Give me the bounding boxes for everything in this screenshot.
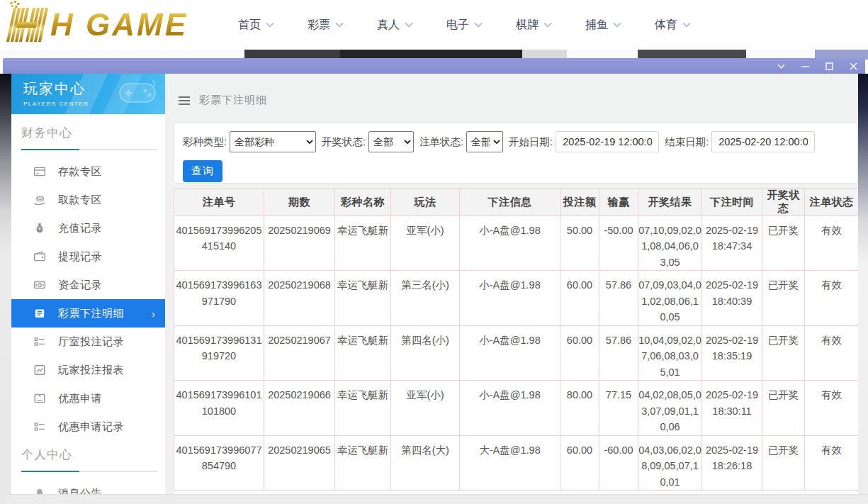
site-logo[interactable]: H GAME (10, 4, 194, 46)
nav-item-lottery[interactable]: 彩票 (308, 18, 344, 33)
window-edge-left (0, 74, 11, 504)
sidebar-item-promo-apply[interactable]: 优惠申请 (11, 384, 165, 413)
table-cell: 小-A盘@1.98 (460, 381, 560, 435)
table-cell: 已开奖 (762, 381, 805, 435)
table-cell: 2025-02-19 18:30:11 (702, 381, 762, 435)
column-header: 开奖结果 (638, 189, 702, 216)
banknote-icon (33, 279, 46, 291)
table-cell: 已开奖 (762, 325, 805, 380)
sidebar-item-promo-apply-record[interactable]: 优惠申请记录 (11, 413, 165, 441)
table-cell: 60.00 (560, 271, 599, 325)
nav-item-slots[interactable]: 电子 (446, 18, 483, 33)
withdraw-hand-icon (33, 194, 46, 206)
horizontal-scrollbar[interactable] (6, 494, 868, 504)
sidebar-item-player-bet-report[interactable]: 玩家投注报表 (11, 356, 165, 384)
window-minimize-button[interactable] (801, 62, 810, 71)
table-cell: 20250219068 (264, 271, 335, 325)
sidebar-header: 玩家中心 PLAYERS CENTER (11, 74, 165, 114)
sidebar-item-label: 存款专区 (58, 165, 102, 179)
sidebar-item-hall-bet-record[interactable]: 厅室投注记录 (11, 327, 165, 356)
table-cell: 04,03,06,02,08,09,05,07,10,01 (638, 435, 702, 490)
logo-h-mark-icon (6, 8, 48, 42)
table-cell: 已开奖 (762, 216, 805, 271)
column-header: 彩种名称 (335, 189, 391, 216)
window-maximize-button[interactable] (825, 62, 834, 71)
nav-item-sports[interactable]: 体育 (655, 18, 691, 33)
table-cell: -50.00 (599, 216, 638, 271)
start-date-input[interactable] (556, 131, 659, 152)
table-cell: 2025-02-19 18:40:39 (702, 271, 762, 325)
list-icon (33, 420, 46, 433)
table-cell: 401569173996101101800 (174, 381, 264, 435)
lottery-type-select[interactable]: 全部彩种 (230, 131, 316, 152)
minimize-icon (801, 62, 810, 71)
window-close-button[interactable] (849, 62, 858, 71)
filter-panel: 彩种类型: 全部彩种 开奖状态: 全部 注单状态: 全部 开始日期: 结束日期:… (174, 123, 858, 184)
section-underline (21, 471, 157, 472)
table-cell: 有效 (805, 271, 859, 325)
column-header: 投注额 (560, 189, 599, 216)
query-button[interactable]: 查询 (183, 160, 222, 182)
sidebar-menu-personal: 消息公告 (11, 479, 165, 494)
filter-row: 彩种类型: 全部彩种 开奖状态: 全部 注单状态: 全部 开始日期: 结束日期: (183, 131, 815, 152)
menu-toggle-icon[interactable] (179, 96, 190, 105)
table-cell: 80.00 (560, 381, 599, 435)
end-date-label: 结束日期: (665, 135, 709, 149)
screen: H GAME 首页 彩票 真人 电子 棋牌 (0, 0, 868, 504)
column-header: 注单状态 (805, 189, 859, 216)
bet-table: 注单号期数彩种名称玩法下注信息投注额输赢开奖结果下注时间开奖状态注单状态 401… (174, 188, 858, 491)
nav-item-fishing[interactable]: 捕鱼 (585, 18, 621, 33)
section-title: 个人中心 (21, 447, 165, 463)
window-edge-right (858, 74, 868, 504)
bet-status-select[interactable]: 全部 (466, 131, 503, 152)
sidebar-menu: 存款专区 取款专区 ¥ 充值记录 (11, 157, 165, 441)
table-cell: 401569173996131919720 (174, 325, 264, 380)
end-date-input[interactable] (711, 131, 815, 152)
table-cell: 20250219066 (264, 381, 335, 435)
main-content: 彩票下注明细 彩种类型: 全部彩种 开奖状态: 全部 注单状态: 全部 开始日期… (165, 74, 858, 494)
sidebar-item-label: 提现记录 (58, 250, 102, 264)
sidebar-item-withdraw[interactable]: 取款专区 (11, 186, 165, 214)
table-cell: 有效 (805, 325, 859, 380)
chevron-right-icon: › (152, 308, 155, 320)
sidebar-item-label: 优惠申请 (58, 392, 102, 405)
table-cell: 401569173996077854790 (174, 435, 264, 490)
sidebar-item-funds-record[interactable]: 资金记录 (11, 271, 165, 299)
table-row: 40156917399610110180020250219066幸运飞艇新亚军(… (174, 381, 859, 435)
sidebar-item-label: 彩票下注明细 (58, 307, 124, 320)
sidebar-item-deposit[interactable]: 存款专区 (11, 157, 165, 186)
gamepad-icon (114, 77, 161, 108)
table-cell: 20250219065 (264, 435, 335, 490)
window-dropdown-button[interactable] (777, 62, 786, 71)
table-cell: 有效 (805, 435, 859, 490)
sidebar-item-lottery-bet-detail[interactable]: 彩票下注明细 › (11, 299, 165, 327)
sidebar-item-recharge-record[interactable]: ¥ 充值记录 (11, 214, 165, 242)
nav-item-live[interactable]: 真人 (377, 18, 413, 33)
table-cell: 第四名(小) (391, 325, 460, 380)
table-cell: 57.86 (599, 271, 638, 325)
sidebar-item-withdrawal-record[interactable]: 提现记录 (11, 242, 165, 271)
sidebar-item-label: 玩家投注报表 (58, 364, 124, 377)
section-underline (21, 149, 157, 150)
chevron-down-icon (266, 22, 274, 28)
sidebar-item-announcements[interactable]: 消息公告 (11, 479, 165, 494)
nav-item-cards[interactable]: 棋牌 (516, 18, 552, 33)
sidebar: 玩家中心 PLAYERS CENTER 财务中心 存款专区 (11, 74, 165, 494)
table-cell: 第四名(大) (391, 435, 460, 490)
draw-status-select[interactable]: 全部 (368, 131, 414, 152)
table-row: 40156917399607785479020250219065幸运飞艇新第四名… (174, 435, 859, 490)
nav-label: 棋牌 (516, 18, 539, 33)
nav-item-home[interactable]: 首页 (238, 18, 274, 33)
close-icon (849, 62, 858, 71)
table-cell: 有效 (805, 381, 859, 435)
chevron-down-icon (777, 62, 786, 71)
sidebar-item-label: 充值记录 (58, 222, 102, 235)
bell-icon (33, 487, 46, 494)
column-header: 开奖状态 (762, 189, 805, 216)
window-body: 玩家中心 PLAYERS CENTER 财务中心 存款专区 (0, 74, 868, 504)
site-top-nav: H GAME 首页 彩票 真人 电子 棋牌 (0, 0, 868, 50)
sidebar-title: 玩家中心 (23, 79, 165, 99)
section-title: 财务中心 (21, 125, 165, 141)
table-cell: 04,02,08,05,03,07,09,01,10,06 (638, 381, 702, 435)
table-cell: 20250219069 (264, 216, 335, 271)
